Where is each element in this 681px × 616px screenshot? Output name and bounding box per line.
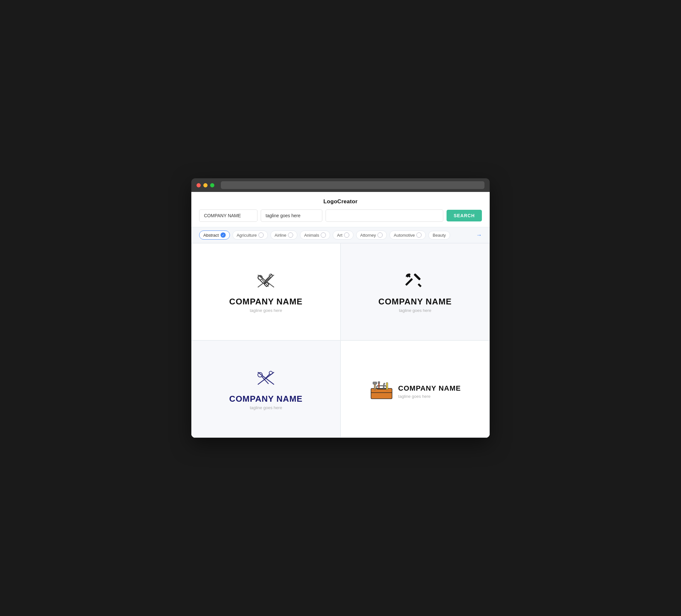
logo-card-4[interactable]: COMPANY NAME tagline goes here	[340, 340, 490, 438]
close-button[interactable]	[197, 183, 201, 187]
logo3-company: COMPANY NAME	[229, 394, 303, 404]
svg-rect-11	[413, 273, 421, 280]
logo2-tagline: tagline goes here	[399, 308, 431, 313]
category-abstract-label: Abstract	[203, 233, 219, 238]
category-art-label: Art	[337, 233, 343, 238]
search-button[interactable]: SEARCH	[447, 210, 482, 222]
category-attorney[interactable]: Attorney	[356, 231, 387, 239]
category-animals[interactable]: Animals	[300, 231, 330, 239]
svg-rect-26	[386, 383, 388, 390]
art-check-icon	[344, 232, 349, 238]
logo-card-1[interactable]: COMPANY NAME tagline goes here	[191, 243, 340, 340]
logo-grid: COMPANY NAME tagline goes here	[191, 243, 490, 438]
category-next-arrow[interactable]: →	[476, 232, 482, 239]
abstract-check-icon: ✓	[221, 232, 226, 238]
svg-rect-22	[374, 384, 376, 390]
logo4-content: COMPANY NAME tagline goes here	[369, 377, 461, 401]
category-attorney-label: Attorney	[360, 233, 376, 238]
category-agriculture-label: Agriculture	[237, 233, 257, 238]
titlebar	[191, 178, 490, 192]
category-abstract[interactable]: Abstract ✓	[199, 231, 230, 239]
company-name-input[interactable]	[199, 209, 257, 222]
browser-window: LogoCreator SEARCH Abstract ✓ Agricultur…	[191, 178, 490, 438]
svg-rect-10	[405, 278, 413, 286]
logo-card-2[interactable]: COMPANY NAME tagline goes here	[340, 243, 490, 340]
logo2-company: COMPANY NAME	[378, 297, 452, 307]
app-container: LogoCreator SEARCH Abstract ✓ Agricultur…	[191, 192, 490, 438]
tools-outline-icon	[253, 271, 279, 292]
tagline-input[interactable]	[261, 209, 322, 222]
tools-outline-blue-icon	[253, 368, 279, 389]
airline-check-icon	[288, 232, 293, 238]
category-art[interactable]: Art	[333, 231, 353, 239]
search-bar: SEARCH	[191, 209, 490, 227]
category-automotive[interactable]: Automotive	[389, 231, 426, 239]
category-airline-label: Airline	[275, 233, 286, 238]
toolbox-icon	[369, 377, 394, 401]
app-title: LogoCreator	[191, 192, 490, 209]
category-bar: Abstract ✓ Agriculture Airline Animals A…	[191, 227, 490, 243]
logo4-company: COMPANY NAME	[398, 384, 461, 393]
logo-card-3[interactable]: COMPANY NAME tagline goes here	[191, 340, 340, 438]
animals-check-icon	[321, 232, 326, 238]
automotive-check-icon	[417, 232, 422, 238]
tools-filled-icon	[402, 271, 428, 292]
color-input[interactable]	[326, 209, 443, 222]
category-airline[interactable]: Airline	[271, 231, 297, 239]
minimize-button[interactable]	[203, 183, 207, 187]
agriculture-check-icon	[258, 232, 263, 238]
logo3-tagline: tagline goes here	[250, 405, 282, 410]
category-agriculture[interactable]: Agriculture	[232, 231, 268, 239]
maximize-button[interactable]	[210, 183, 215, 187]
logo4-tagline: tagline goes here	[398, 394, 461, 399]
url-bar[interactable]	[221, 181, 484, 189]
svg-marker-12	[418, 283, 422, 287]
logo1-company: COMPANY NAME	[229, 297, 303, 307]
category-beauty[interactable]: Beauty	[428, 231, 450, 239]
attorney-check-icon	[377, 232, 383, 238]
logo4-text-group: COMPANY NAME tagline goes here	[398, 380, 461, 399]
category-animals-label: Animals	[304, 233, 319, 238]
category-beauty-label: Beauty	[433, 233, 446, 238]
svg-rect-23	[373, 382, 377, 384]
category-automotive-label: Automotive	[394, 233, 415, 238]
logo1-tagline: tagline goes here	[250, 308, 282, 313]
svg-rect-25	[378, 382, 380, 383]
svg-rect-24	[378, 383, 379, 388]
